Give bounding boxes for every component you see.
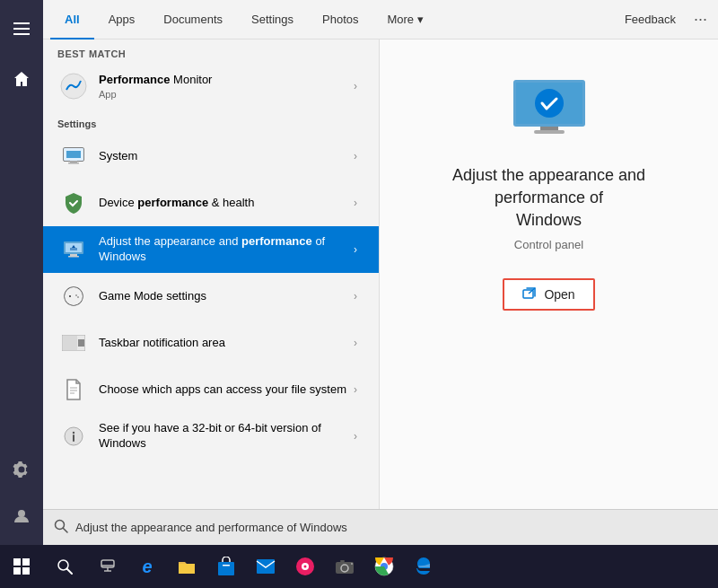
device-performance-title: Device performance & health xyxy=(99,196,346,211)
svg-rect-2 xyxy=(13,33,30,35)
bit-version-arrow: › xyxy=(346,427,364,445)
sidebar-bottom-group xyxy=(0,448,43,538)
adjust-appearance-title: Adjust the appearance and performance of… xyxy=(99,234,346,265)
svg-point-44 xyxy=(304,566,307,568)
choose-apps-text: Choose which apps can access your file s… xyxy=(99,382,346,398)
choose-apps-arrow: › xyxy=(346,381,364,399)
windows-logo xyxy=(13,558,30,575)
svg-line-37 xyxy=(67,569,73,575)
sidebar-settings[interactable] xyxy=(0,448,43,491)
more-dots-button[interactable]: ··· xyxy=(690,6,711,32)
settings-section-label: Settings xyxy=(43,110,379,133)
bit-version-text: See if you have a 32-bit or 64-bit versi… xyxy=(99,421,346,452)
tab-all[interactable]: All xyxy=(50,0,94,39)
mail-icon xyxy=(256,558,276,575)
sidebar-home[interactable] xyxy=(0,57,43,101)
folder-icon xyxy=(177,557,197,575)
svg-point-30 xyxy=(535,89,564,118)
detail-title: Adjust the appearance and performance of… xyxy=(407,164,691,233)
results-panel: Best match Performance Monitor App › Set… xyxy=(43,39,380,545)
system-text: System xyxy=(99,149,346,164)
tabs-bar: All Apps Documents Settings Photos More … xyxy=(43,0,718,39)
result-adjust-appearance[interactable]: Adjust the appearance and performance of… xyxy=(43,226,379,273)
edge-icon xyxy=(414,557,433,576)
svg-rect-41 xyxy=(257,559,275,574)
taskbar-groove[interactable] xyxy=(287,545,323,588)
detail-icon-area xyxy=(509,75,590,146)
taskbar-edge[interactable] xyxy=(406,545,442,588)
system-icon xyxy=(57,140,90,172)
svg-point-17 xyxy=(75,294,77,296)
sidebar-hamburger[interactable] xyxy=(0,7,43,50)
taskbar-cortana[interactable] xyxy=(90,545,126,588)
tab-settings[interactable]: Settings xyxy=(237,0,308,39)
adjust-appearance-text: Adjust the appearance and performance of… xyxy=(99,234,346,265)
result-choose-apps[interactable]: Choose which apps can access your file s… xyxy=(43,366,379,413)
file-icon xyxy=(57,373,90,406)
adjust-appearance-arrow: › xyxy=(346,241,364,259)
tab-apps[interactable]: Apps xyxy=(94,0,150,39)
shield-icon xyxy=(57,187,90,219)
detail-panel: Adjust the appearance and performance of… xyxy=(380,39,718,545)
search-bar: Adjust the appearance and performance of… xyxy=(43,509,718,545)
svg-point-3 xyxy=(18,510,25,517)
camera-icon xyxy=(335,557,355,575)
chrome-icon xyxy=(374,557,394,576)
game-mode-arrow: › xyxy=(346,287,364,305)
system-title: System xyxy=(99,149,346,164)
open-button[interactable]: Open xyxy=(503,278,594,311)
store-icon xyxy=(217,557,235,576)
svg-rect-20 xyxy=(63,336,77,350)
svg-line-35 xyxy=(64,529,68,533)
taskbar-store[interactable] xyxy=(208,545,244,588)
taskbar-camera[interactable] xyxy=(327,545,363,588)
svg-rect-39 xyxy=(218,562,234,575)
result-device-performance[interactable]: Device performance & health › xyxy=(43,180,379,226)
performance-monitor-subtitle: App xyxy=(99,89,346,100)
svg-point-26 xyxy=(73,432,74,434)
svg-rect-7 xyxy=(66,151,81,158)
svg-rect-47 xyxy=(340,560,345,562)
svg-point-18 xyxy=(77,296,79,298)
tab-more[interactable]: More ▾ xyxy=(372,0,437,39)
svg-rect-31 xyxy=(534,130,565,134)
taskbar-ie[interactable]: e xyxy=(129,545,165,588)
sidebar xyxy=(0,0,43,545)
bit-version-title: See if you have a 32-bit or 64-bit versi… xyxy=(99,421,346,452)
taskbar-search-icon xyxy=(57,558,73,575)
ie-icon: e xyxy=(142,557,152,577)
svg-rect-8 xyxy=(68,162,79,164)
open-icon xyxy=(522,287,537,302)
sidebar-user[interactable] xyxy=(0,495,43,538)
taskbar-mail[interactable] xyxy=(248,545,284,588)
result-system[interactable]: System › xyxy=(43,133,379,180)
game-mode-title: Game Mode settings xyxy=(99,289,346,304)
svg-rect-0 xyxy=(13,22,30,24)
svg-rect-12 xyxy=(70,248,77,250)
info-icon xyxy=(57,420,90,452)
result-performance-monitor[interactable]: Performance Monitor App › xyxy=(43,63,379,110)
taskbar-explorer[interactable] xyxy=(169,545,205,588)
adjust-appearance-icon xyxy=(57,233,90,266)
result-game-mode[interactable]: Game Mode settings › xyxy=(43,273,379,320)
feedback-button[interactable]: Feedback xyxy=(617,9,683,30)
best-match-label: Best match xyxy=(43,39,379,63)
tab-documents[interactable]: Documents xyxy=(149,0,237,39)
taskbar: e xyxy=(0,545,718,588)
open-label: Open xyxy=(544,287,574,302)
result-taskbar-notification[interactable]: Taskbar notification area › xyxy=(43,320,379,366)
search-bar-icon xyxy=(54,519,68,536)
taskbar-notification-arrow: › xyxy=(346,334,364,352)
taskbar-notification-text: Taskbar notification area xyxy=(99,336,346,351)
svg-point-48 xyxy=(351,563,353,565)
detail-monitor-icon xyxy=(509,75,590,143)
result-bit-version[interactable]: See if you have a 32-bit or 64-bit versi… xyxy=(43,413,379,460)
taskbar-notification-title: Taskbar notification area xyxy=(99,336,346,351)
svg-line-33 xyxy=(529,288,535,294)
taskbar-search-button[interactable] xyxy=(43,545,86,588)
device-performance-text: Device performance & health xyxy=(99,196,346,211)
start-button[interactable] xyxy=(0,545,43,588)
performance-monitor-text: Performance Monitor App xyxy=(99,73,346,100)
tab-photos[interactable]: Photos xyxy=(308,0,372,39)
taskbar-chrome[interactable] xyxy=(366,545,402,588)
